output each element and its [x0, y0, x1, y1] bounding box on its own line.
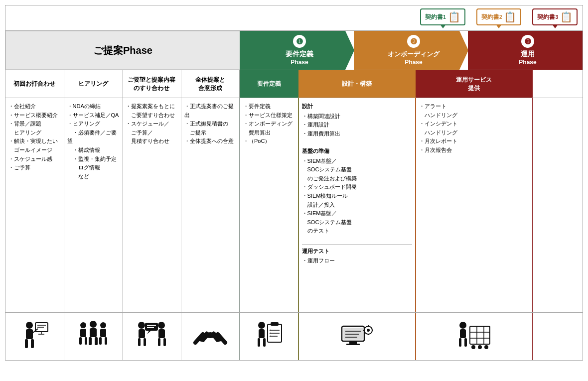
contract-3-bubble: 契約書3 📋: [532, 8, 578, 25]
svg-rect-21: [105, 337, 107, 345]
group-meeting-icon: [76, 320, 111, 353]
svg-point-57: [367, 329, 370, 332]
icon-cell-5: ✓ ✓ ✓: [240, 313, 298, 360]
subphase-header-row: 初回お打合わせ ヒアリング ご要望と提案内容のすり合わせ 全体提案と合意形成 要…: [5, 70, 583, 98]
svg-point-71: [471, 345, 475, 349]
contract-2-label: 契約書: [481, 13, 499, 21]
contract-2-bubble: 契約書2 📋: [476, 8, 522, 25]
icon-cell-6: [298, 313, 416, 360]
svg-rect-51: [349, 341, 357, 344]
svg-rect-42: [271, 322, 279, 326]
contract-1-bubble: 契約書1 📋: [420, 8, 465, 25]
svg-rect-66: [470, 326, 490, 344]
contract-3-icon: 📋: [560, 11, 573, 23]
contract-3-wrapper: 契約書3 📋: [532, 8, 581, 25]
icon-row: ✓ ✓ ✓: [5, 312, 583, 360]
svg-rect-15: [90, 328, 97, 337]
checklist-person-icon: ✓ ✓ ✓: [253, 320, 285, 353]
icon-cell-7: [416, 313, 533, 360]
phase-2-num: ❷: [407, 35, 420, 48]
section-ops-test: 運用テスト ・運用フロー: [302, 245, 412, 265]
svg-point-72: [478, 345, 482, 349]
subphase-1: 初回お打合わせ: [5, 70, 64, 98]
proposal-phase-label: ご提案Phase: [5, 31, 240, 70]
svg-rect-38: [259, 329, 265, 338]
subphase-4: 全体提案と合意形成: [181, 70, 240, 98]
phase-1-arrow: ❶ 要件定義 Phase: [240, 31, 354, 70]
svg-rect-64: [459, 338, 461, 347]
svg-rect-2: [25, 339, 28, 348]
svg-rect-17: [95, 337, 98, 345]
svg-point-26: [158, 322, 165, 329]
phase-2-arrow: ❷ オンボーディング Phase: [354, 31, 468, 70]
presentation-icon: [19, 320, 49, 353]
contract-2-num: 2: [499, 14, 502, 20]
content-col-4: ・正式提案書のご提出・正式御見積書の ご提示・全体提案への合意: [181, 98, 240, 312]
handshake-icon: [193, 320, 228, 353]
setup-computer-icon: [339, 320, 374, 353]
svg-rect-25: [144, 338, 146, 346]
subphase-7: 運用サービス提供: [416, 70, 533, 98]
contract-1-num: 1: [443, 14, 446, 20]
phase-3-num: ❸: [521, 35, 534, 48]
svg-rect-30: [145, 323, 158, 331]
icon-cell-2: [64, 313, 123, 360]
content-col-7: ・アラート ハンドリング・インシデント ハンドリング・月次レポート・月次報告会: [416, 98, 533, 312]
contract-2-icon: 📋: [504, 11, 516, 23]
phase-2-title: オンボーディング: [388, 50, 440, 59]
icon-cell-3: [123, 313, 181, 360]
svg-marker-31: [147, 331, 151, 334]
phase-3-arrow: ❸ 運用 Phase: [468, 31, 583, 70]
svg-rect-12: [79, 337, 82, 345]
subphase-2: ヒアリング: [64, 70, 123, 98]
svg-rect-23: [139, 329, 145, 338]
phase-3-sub: Phase: [519, 59, 536, 66]
phase-header-row: ご提案Phase ❶ 要件定義 Phase ❷ オンボーディング Phase ❸…: [5, 30, 583, 70]
svg-point-10: [80, 322, 86, 328]
svg-rect-1: [26, 329, 33, 339]
svg-point-22: [138, 322, 145, 329]
svg-point-62: [459, 322, 466, 329]
svg-rect-11: [80, 329, 86, 337]
svg-rect-39: [258, 338, 260, 347]
main-container: 契約書1 📋 契約書2 📋 契約書3 📋 ご提案Phase: [5, 5, 583, 361]
svg-rect-24: [138, 338, 141, 346]
phase-1-title: 要件定義: [286, 50, 313, 59]
phase-3-title: 運用: [521, 50, 535, 59]
svg-point-14: [90, 321, 97, 328]
contract-2-wrapper: 契約書2 📋: [476, 8, 525, 25]
content-col-3: ・提案素案をもとに ご要望すり合わせ・スケジュール／ ご予算／ 見積すり合わせ: [123, 98, 181, 312]
svg-point-0: [26, 322, 33, 329]
contract-1-wrapper: 契約書1 📋: [420, 8, 468, 25]
icon-cell-4: [181, 313, 240, 360]
svg-rect-16: [89, 337, 92, 345]
discussion-icon: [134, 320, 169, 353]
contract-3-label: 契約書: [537, 13, 555, 21]
subphase-3: ご要望と提案内容のすり合わせ: [123, 70, 181, 98]
content-row: ・会社紹介・サービス概要紹介・背景／課題 ヒアリング・解決・実現したい ゴールイ…: [5, 98, 583, 312]
svg-point-18: [100, 322, 106, 328]
section-infra: 基盤の準備 ・SIEM基盤／ SOCシステム基盤 のご発注および構築・ダッシュボ…: [302, 147, 412, 236]
svg-rect-3: [31, 339, 34, 348]
svg-rect-40: [263, 338, 266, 347]
svg-rect-29: [163, 338, 166, 346]
content-col-2: ・NDAの締結・サービス補足／QA・ヒアリング ・必須要件／ご要望 ・構成情報 …: [64, 98, 123, 312]
svg-rect-13: [85, 337, 87, 345]
svg-rect-52: [346, 344, 360, 345]
svg-rect-50: [343, 328, 363, 340]
svg-point-73: [484, 345, 488, 349]
svg-rect-27: [158, 329, 165, 338]
contract-3-num: 3: [555, 14, 558, 20]
icon-cell-1: [5, 313, 64, 360]
svg-rect-20: [99, 337, 102, 345]
content-col-5: ・要件定義・サービス仕様策定・オンボーディング 費用算出・（PoC）: [240, 98, 298, 312]
subphase-6: 設計・構築: [298, 70, 416, 98]
phases-wrapper: ❶ 要件定義 Phase ❷ オンボーディング Phase ❸ 運用 Phase: [240, 31, 583, 70]
svg-rect-63: [460, 329, 466, 338]
svg-text:✓: ✓: [269, 335, 272, 338]
svg-rect-28: [158, 338, 160, 346]
content-col-1: ・会社紹介・サービス概要紹介・背景／課題 ヒアリング・解決・実現したい ゴールイ…: [5, 98, 64, 312]
section-design: 設計 ・構築関連設計・運用設計・運用費用算出: [302, 102, 412, 138]
service-icon: [454, 320, 494, 353]
contract-area: 契約書1 📋 契約書2 📋 契約書3 📋: [5, 5, 583, 30]
